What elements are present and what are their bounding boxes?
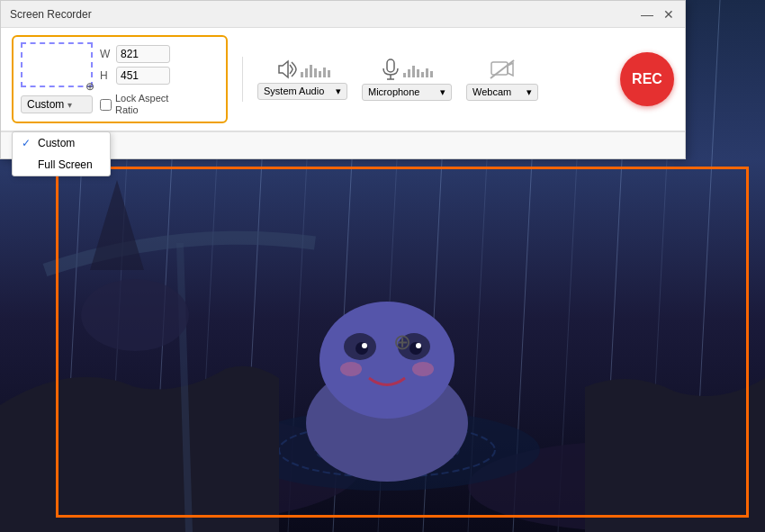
webcam-dropdown[interactable]: Webcam ▾: [466, 84, 538, 101]
capture-mode-dropdown[interactable]: Custom ▾: [21, 95, 93, 113]
svg-point-28: [416, 343, 421, 348]
svg-point-27: [362, 343, 367, 348]
system-audio-dropdown[interactable]: System Audio ▾: [257, 83, 347, 100]
divider-1: [242, 57, 243, 102]
speaker-icon: [275, 59, 297, 79]
dropdown-item-custom[interactable]: ✓ Custom: [13, 132, 110, 154]
system-audio-arrow-icon: ▾: [336, 86, 341, 97]
microphone-icon-row: [382, 59, 433, 80]
dropdown-item-custom-label: Custom: [38, 137, 75, 149]
height-row: H: [100, 67, 170, 85]
height-label: H: [100, 69, 112, 82]
minimize-button[interactable]: —: [640, 7, 654, 22]
dropdown-item-fullscreen[interactable]: ✓ Full Screen: [13, 154, 110, 176]
title-bar: Screen Recorder — ✕: [1, 1, 685, 28]
checkmark-icon: ✓: [22, 137, 32, 149]
capture-area-wrapper: ⊕ W H: [12, 35, 228, 123]
rec-label: REC: [632, 71, 662, 87]
capture-mode-label: Custom: [27, 98, 64, 111]
svg-point-31: [81, 279, 189, 351]
height-input[interactable]: [116, 67, 170, 85]
width-row: W: [100, 45, 170, 63]
capture-area-section: ⊕ W H: [12, 35, 228, 123]
system-audio-bars: [301, 61, 330, 77]
microphone-arrow-icon: ▾: [440, 86, 446, 98]
lock-aspect-label: Lock AspectRatio: [115, 93, 168, 116]
svg-line-38: [490, 60, 514, 78]
capture-preview-rect[interactable]: ⊕: [21, 42, 93, 87]
system-audio-label: System Audio: [264, 86, 324, 96]
microphone-device: Microphone ▾: [362, 59, 452, 101]
capture-preview: ⊕ W H: [21, 42, 219, 87]
rec-button[interactable]: REC: [620, 52, 674, 106]
microphone-dropdown[interactable]: Microphone ▾: [362, 84, 452, 101]
microphone-bars: [403, 61, 433, 77]
webcam-label: Webcam: [472, 86, 511, 97]
recorder-window: Screen Recorder — ✕ ⊕: [0, 0, 686, 159]
window-title: Screen Recorder: [10, 8, 92, 21]
preview-container: ⊕: [21, 42, 93, 87]
system-audio-device: System Audio ▾: [257, 59, 347, 100]
webcam-icon: [490, 59, 515, 80]
width-label: W: [100, 48, 112, 60]
lock-aspect-control: Lock AspectRatio: [100, 93, 168, 116]
svg-rect-33: [387, 59, 394, 72]
close-button[interactable]: ✕: [662, 7, 676, 22]
webcam-section: Webcam ▾: [466, 59, 538, 101]
svg-point-30: [412, 362, 434, 376]
svg-point-29: [340, 362, 362, 376]
microphone-icon: [382, 59, 400, 80]
svg-point-22: [320, 302, 454, 419]
capture-mode-arrow-icon: ▾: [68, 100, 72, 110]
microphone-label: Microphone: [368, 86, 419, 97]
resize-handle-icon[interactable]: ⊕: [86, 80, 94, 89]
webcam-icon-container: [490, 59, 515, 80]
capture-controls: Custom ▾ Lock AspectRatio: [21, 93, 219, 116]
system-audio-icon-row: [275, 59, 330, 79]
title-bar-controls: — ✕: [640, 7, 676, 22]
dropdown-item-fullscreen-label: Full Screen: [38, 158, 93, 171]
svg-rect-36: [491, 62, 508, 75]
capture-mode-dropdown-menu: ✓ Custom ✓ Full Screen: [12, 131, 111, 176]
main-toolbar: ⊕ W H: [1, 28, 685, 131]
dimensions-inputs: W H: [100, 45, 170, 85]
svg-marker-32: [279, 61, 288, 77]
width-input[interactable]: [116, 45, 170, 63]
webcam-arrow-icon: ▾: [526, 86, 532, 98]
lock-aspect-checkbox[interactable]: [100, 99, 112, 111]
